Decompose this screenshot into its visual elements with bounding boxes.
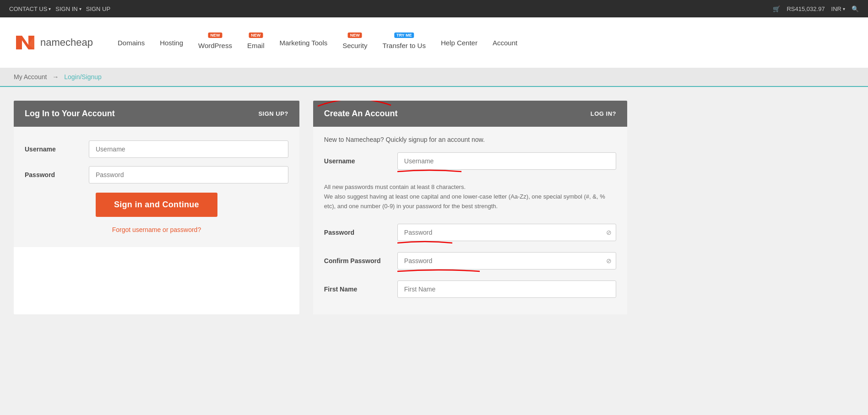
password-input[interactable] [89, 166, 288, 183]
sign-in-arrow-icon: ▾ [79, 6, 81, 11]
username-input[interactable] [89, 140, 288, 158]
red-underline-annotation-confirm [397, 268, 480, 273]
username-form-group: Username [25, 140, 288, 158]
wordpress-new-badge: NEW [208, 32, 222, 38]
red-underline-annotation-username [397, 168, 461, 173]
login-card: Log In to Your Account SIGN UP? Username… [14, 101, 299, 314]
nav-transfer[interactable]: TRY ME Transfer to Us [376, 32, 432, 54]
main-nav: Domains Hosting NEW WordPress NEW Email … [111, 32, 854, 54]
signup-card-header: Create An Account LOG IN? [313, 101, 627, 127]
logo-icon [14, 33, 37, 52]
signup-card-title: Create An Account [324, 109, 398, 119]
red-arc-annotation [318, 101, 391, 108]
nav-help-center[interactable]: Help Center [434, 34, 484, 51]
signup-username-form-group: Username [324, 152, 616, 170]
sign-up-link[interactable]: SIGN UP [86, 5, 110, 12]
nav-email[interactable]: NEW Email [241, 32, 271, 54]
breadcrumb: My Account → Login/Signup [0, 68, 868, 87]
currency-label: INR [831, 5, 841, 12]
breadcrumb-login-signup[interactable]: Login/Signup [64, 73, 102, 81]
balance-display: RS415,032.97 [787, 5, 825, 12]
signup-link[interactable]: SIGN UP? [258, 110, 288, 117]
password-hint-text: All new passwords must contain at least … [324, 183, 605, 210]
signup-card: Create An Account LOG IN? New to Nameche… [313, 101, 627, 314]
first-name-label: First Name [324, 286, 397, 293]
logo-text: namecheap [40, 37, 93, 49]
username-label: Username [25, 146, 89, 153]
signup-password-label: Password [324, 229, 397, 236]
confirm-password-visibility-icon[interactable]: ⊘ [606, 257, 612, 264]
first-name-input-wrap [397, 280, 616, 298]
forgot-password-link[interactable]: Forgot username or password? [25, 226, 288, 233]
first-name-input[interactable] [397, 280, 616, 298]
password-hint: All new passwords must contain at least … [324, 177, 616, 216]
sign-in-label: SIGN IN [55, 5, 77, 12]
login-link[interactable]: LOG IN? [591, 110, 616, 117]
sign-in-dropdown[interactable]: SIGN IN ▾ [55, 5, 81, 12]
login-card-title: Log In to Your Account [25, 109, 115, 119]
email-new-badge: NEW [249, 32, 263, 38]
currency-dropdown[interactable]: INR ▾ [831, 5, 845, 12]
signup-description: New to Namecheap? Quickly signup for an … [313, 127, 627, 148]
signup-username-input[interactable] [397, 152, 616, 170]
security-new-badge: NEW [348, 32, 362, 38]
signup-password-input-wrap: ⊘ [397, 224, 616, 241]
password-label: Password [25, 171, 89, 178]
password-visibility-icon[interactable]: ⊘ [606, 229, 612, 236]
logo[interactable]: namecheap [14, 33, 93, 52]
contact-us-dropdown[interactable]: CONTACT US ▾ [9, 5, 51, 12]
confirm-password-form-group: Confirm Password ⊘ [324, 252, 616, 269]
confirm-password-input-wrap: ⊘ [397, 252, 616, 269]
password-form-group: Password [25, 166, 288, 183]
nav-account[interactable]: Account [486, 34, 524, 51]
cart-icon[interactable]: 🛒 [773, 5, 780, 12]
transfer-try-me-badge: TRY ME [394, 32, 414, 38]
confirm-password-input[interactable] [397, 252, 616, 269]
search-icon[interactable]: 🔍 [852, 5, 859, 12]
breadcrumb-my-account: My Account [14, 73, 47, 81]
signup-username-label: Username [324, 157, 397, 165]
nav-marketing-tools[interactable]: Marketing Tools [273, 34, 334, 51]
first-name-form-group: First Name [324, 280, 616, 298]
nav-hosting[interactable]: Hosting [153, 34, 190, 51]
nav-wordpress[interactable]: NEW WordPress [192, 32, 239, 54]
confirm-password-label: Confirm Password [324, 257, 397, 264]
signin-button[interactable]: Sign in and Continue [96, 193, 217, 217]
header: namecheap Domains Hosting NEW WordPress … [0, 17, 868, 68]
main-content: Log In to Your Account SIGN UP? Username… [0, 87, 641, 328]
signup-password-input[interactable] [397, 224, 616, 241]
nav-domains[interactable]: Domains [111, 34, 151, 51]
contact-us-arrow-icon: ▾ [49, 6, 51, 11]
currency-arrow-icon: ▾ [843, 6, 845, 11]
signup-username-input-wrap [397, 152, 616, 170]
signup-body: Username All new passwords must contain … [313, 148, 627, 314]
login-card-body: Username Password Sign in and Continue F… [14, 127, 299, 247]
signup-password-form-group: Password ⊘ [324, 224, 616, 241]
login-card-header: Log In to Your Account SIGN UP? [14, 101, 299, 127]
contact-us-label: CONTACT US [9, 5, 47, 12]
red-underline-annotation-password [397, 239, 452, 245]
breadcrumb-arrow-icon: → [52, 73, 59, 81]
nav-security[interactable]: NEW Security [336, 32, 374, 54]
top-bar: CONTACT US ▾ SIGN IN ▾ SIGN UP 🛒 RS415,0… [0, 0, 868, 17]
